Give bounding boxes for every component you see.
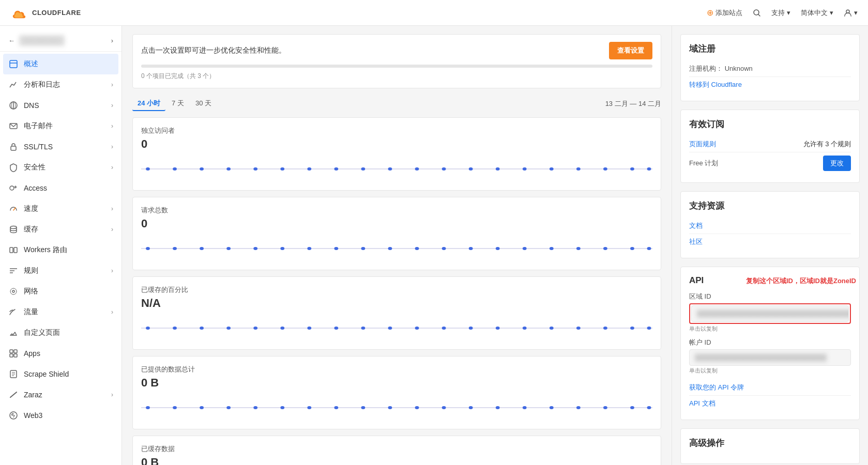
svg-point-58 <box>307 247 311 250</box>
svg-point-59 <box>334 247 338 250</box>
sidebar-label-apps: Apps <box>24 349 113 358</box>
dns-icon <box>8 100 19 111</box>
sidebar-item-speed[interactable]: 速度 › <box>0 198 121 219</box>
sidebar-item-network[interactable]: 网络 <box>0 281 121 302</box>
transfer-link[interactable]: 转移到 Cloudflare <box>689 80 742 89</box>
language-button[interactable]: 简体中文 ▾ <box>801 8 833 18</box>
search-icon <box>753 9 761 17</box>
support-button[interactable]: 支持 ▾ <box>771 8 790 18</box>
svg-point-83 <box>415 327 419 330</box>
svg-rect-23 <box>14 354 17 357</box>
web3-icon <box>8 410 19 421</box>
chart-cached-data: 已缓存数据 0 B <box>132 436 661 465</box>
sidebar-item-zaraz[interactable]: Zaraz › <box>0 384 121 405</box>
user-button[interactable]: ▾ <box>844 9 858 17</box>
sidebar-item-email[interactable]: 电子邮件 › <box>0 116 121 136</box>
logo[interactable]: CLOUDFLARE <box>10 7 81 19</box>
svg-point-64 <box>469 247 473 250</box>
advanced-title: 高级操作 <box>689 437 851 449</box>
time-range-label: 13 二月 — 14 二月 <box>605 99 661 109</box>
svg-point-111 <box>603 406 607 409</box>
account-id-field[interactable]: ██████████████████████████████ <box>689 349 851 366</box>
search-button[interactable] <box>753 9 761 17</box>
annotation-text: 复制这个区域ID，区域ID就是ZoneID <box>746 276 856 286</box>
svg-point-84 <box>442 327 446 330</box>
svg-point-61 <box>388 247 392 250</box>
sidebar-back-button[interactable]: ← 域名域名域名 › <box>0 30 121 52</box>
sidebar-item-web3[interactable]: Web3 <box>0 405 121 426</box>
support-chevron-icon: ▾ <box>787 9 790 17</box>
sidebar-item-workers[interactable]: Workers 路由 <box>0 240 121 260</box>
api-docs-link[interactable]: API 文档 <box>689 399 715 408</box>
chart-icon <box>8 80 19 90</box>
sidebar-item-ssl[interactable]: SSL/TLS › <box>0 136 121 157</box>
svg-point-53 <box>173 247 177 250</box>
svg-point-65 <box>496 247 500 250</box>
sidebar-label-cache: 缓存 <box>24 225 106 234</box>
sidebar-item-overview[interactable]: 概述 <box>3 54 118 74</box>
svg-point-82 <box>388 327 392 330</box>
email-icon <box>8 121 19 131</box>
time-tab-24h[interactable]: 24 小时 <box>132 97 165 111</box>
add-site-button[interactable]: ⊕ 添加站点 <box>707 8 742 18</box>
transfer-row: 转移到 Cloudflare <box>689 77 851 92</box>
sidebar-label-web3: Web3 <box>24 411 113 420</box>
zaraz-icon <box>8 390 19 400</box>
sidebar-item-dns[interactable]: DNS › <box>0 95 121 116</box>
zone-id-field[interactable]: ████████████████████████████████████ <box>691 305 849 322</box>
api-token-link[interactable]: 获取您的 API 令牌 <box>689 383 744 392</box>
community-link[interactable]: 社区 <box>689 237 703 246</box>
dns-chevron-icon: › <box>111 102 113 109</box>
docs-link[interactable]: 文档 <box>689 221 703 230</box>
subscription-section: 有效订阅 页面规则 允许有 3 个规则 Free 计划 更改 <box>680 110 860 183</box>
sidebar-label-ssl: SSL/TLS <box>24 143 106 151</box>
sidebar-label-workers: Workers 路由 <box>24 245 113 255</box>
svg-point-81 <box>361 327 366 330</box>
change-plan-button[interactable]: 更改 <box>823 156 851 171</box>
account-id-copy-text[interactable]: 单击以复制 <box>689 367 851 375</box>
sidebar-item-cache[interactable]: 缓存 › <box>0 219 121 240</box>
sidebar-item-security[interactable]: 安全性 › <box>0 157 121 178</box>
svg-point-34 <box>226 167 231 171</box>
setup-settings-button[interactable]: 查看设置 <box>609 42 652 59</box>
sidebar-item-access[interactable]: Access <box>0 178 121 198</box>
sidebar-item-analytics[interactable]: 分析和日志 › <box>0 74 121 95</box>
api-zone-id-container: 复制这个区域ID，区域ID就是ZoneID 区域 ID ████████████… <box>689 292 851 333</box>
svg-point-107 <box>496 406 500 409</box>
community-row: 社区 <box>689 234 851 250</box>
svg-point-66 <box>523 247 527 250</box>
svg-point-109 <box>550 406 554 409</box>
forward-arrow-icon: › <box>111 37 113 44</box>
api-account-id-container: 帐户 ID ██████████████████████████████ 单击以… <box>689 338 851 375</box>
rules-chevron-icon: › <box>111 267 113 274</box>
zone-id-copy-text[interactable]: 单击以复制 <box>689 325 851 333</box>
svg-point-90 <box>603 327 607 330</box>
user-chevron-icon: ▾ <box>854 9 858 17</box>
sidebar-item-scrapeshield[interactable]: Scrape Shield <box>0 364 121 384</box>
svg-point-97 <box>226 406 231 409</box>
sidebar-item-traffic[interactable]: 流量 › <box>0 302 121 322</box>
sidebar-item-custom[interactable]: 自定义页面 <box>0 322 121 343</box>
time-tab-7d[interactable]: 7 天 <box>166 97 189 111</box>
sidebar-label-zaraz: Zaraz <box>24 391 106 399</box>
content-area: 点击一次设置即可进一步优化安全性和性能。 查看设置 0 个项目已完成（共 3 个… <box>122 26 868 465</box>
sidebar-item-rules[interactable]: 规则 › <box>0 260 121 281</box>
svg-point-67 <box>550 247 554 250</box>
page-rules-link[interactable]: 页面规则 <box>689 140 716 149</box>
svg-point-55 <box>226 247 231 250</box>
api-token-row: 获取您的 API 令牌 <box>689 380 851 396</box>
svg-point-18 <box>12 290 14 292</box>
svg-point-85 <box>469 327 473 330</box>
topnav-left: CLOUDFLARE <box>10 7 81 19</box>
domain-registration-section: 域注册 注册机构： Unknown 转移到 Cloudflare <box>680 34 860 101</box>
cache-icon <box>8 224 19 235</box>
topnav: CLOUDFLARE ⊕ 添加站点 支持 ▾ 简体中文 ▾ ▾ <box>0 0 868 26</box>
svg-point-100 <box>307 406 311 409</box>
workers-icon <box>8 245 19 255</box>
svg-point-88 <box>550 327 554 330</box>
sidebar-item-apps[interactable]: Apps <box>0 343 121 364</box>
svg-point-75 <box>200 327 204 330</box>
svg-rect-20 <box>10 350 13 353</box>
time-tab-30d[interactable]: 30 天 <box>190 97 217 111</box>
support-section: 支持资源 文档 社区 <box>680 191 860 258</box>
